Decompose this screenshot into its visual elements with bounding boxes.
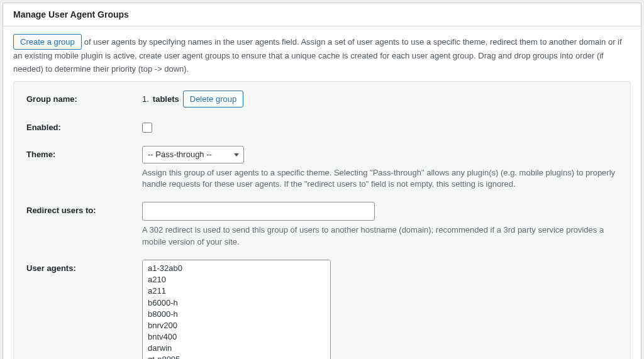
- enabled-checkbox[interactable]: [142, 123, 152, 133]
- manage-user-agent-groups-panel: Manage User Agent Groups Create a groupo…: [3, 3, 641, 359]
- delete-group-button[interactable]: Delete group: [183, 91, 243, 108]
- intro-description: of user agents by specifying names in th…: [13, 37, 622, 74]
- redirect-input[interactable]: [142, 202, 375, 221]
- panel-header: Manage User Agent Groups: [3, 3, 641, 26]
- panel-body: Create a groupof user agents by specifyi…: [3, 26, 641, 359]
- row-theme: Theme: -- Pass-through -- Assign this gr…: [26, 146, 618, 191]
- group-box: Group name: 1. tablets Delete group Enab…: [13, 81, 631, 359]
- user-agents-textarea[interactable]: [142, 260, 331, 359]
- label-redirect: Redirect users to:: [26, 202, 142, 215]
- label-group-name: Group name:: [26, 91, 142, 104]
- label-user-agents: User agents:: [26, 260, 142, 273]
- row-redirect: Redirect users to: A 302 redirect is use…: [26, 202, 618, 248]
- panel-title: Manage User Agent Groups: [13, 9, 631, 19]
- label-enabled: Enabled:: [26, 119, 142, 132]
- group-index: 1.: [142, 94, 149, 104]
- intro-text: Create a groupof user agents by specifyi…: [13, 34, 631, 76]
- label-theme: Theme:: [26, 146, 142, 159]
- group-name-value: tablets: [153, 94, 179, 104]
- redirect-help-text: A 302 redirect is used to send this grou…: [142, 224, 618, 248]
- theme-select[interactable]: -- Pass-through --: [142, 146, 244, 163]
- create-group-button[interactable]: Create a group: [13, 34, 82, 50]
- row-group-name: Group name: 1. tablets Delete group: [26, 91, 618, 108]
- row-user-agents: User agents: Specify the user agents for…: [26, 260, 618, 359]
- row-enabled: Enabled:: [26, 119, 618, 135]
- theme-help-text: Assign this group of user agents to a sp…: [142, 167, 618, 191]
